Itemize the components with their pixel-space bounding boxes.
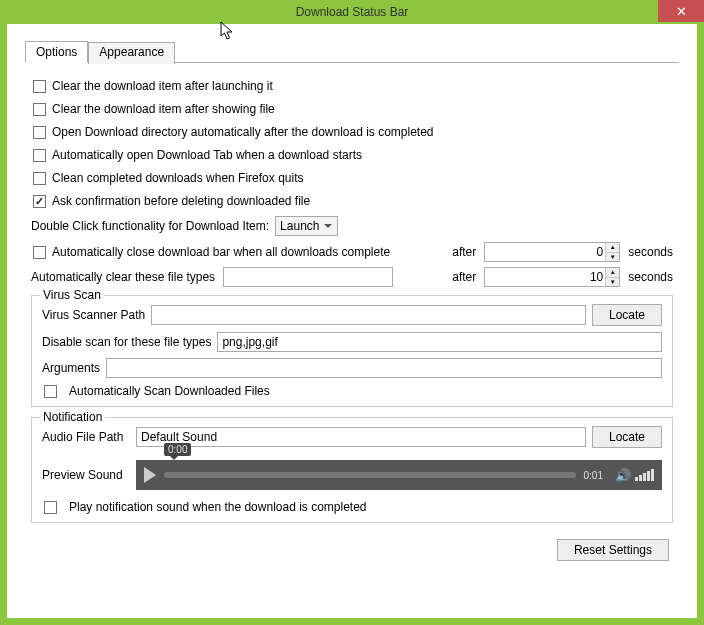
close-icon: ✕ [676, 4, 687, 19]
tab-appearance[interactable]: Appearance [88, 42, 175, 64]
label-auto-close: Automatically close download bar when al… [52, 245, 390, 259]
label-seconds-1: seconds [628, 245, 673, 259]
tab-options[interactable]: Options [25, 41, 88, 63]
label-virus-path: Virus Scanner Path [42, 308, 145, 322]
label-auto-open-tab: Automatically open Download Tab when a d… [52, 148, 362, 162]
tab-panel-options: Clear the download item after launching … [25, 63, 679, 567]
titlebar: Download Status Bar ✕ [0, 0, 704, 24]
fieldset-notification: Notification Audio File Path Locate Prev… [31, 417, 673, 523]
select-dblclick[interactable]: Launch [275, 216, 338, 236]
tabs: Options Appearance [25, 40, 679, 63]
close-button[interactable]: ✕ [658, 0, 704, 22]
label-dblclick: Double Click functionality for Download … [31, 219, 269, 233]
label-clean-on-quit: Clean completed downloads when Firefox q… [52, 171, 303, 185]
reset-settings-button[interactable]: Reset Settings [557, 539, 669, 561]
locate-audio-button[interactable]: Locate [592, 426, 662, 448]
footer: Reset Settings [31, 533, 673, 561]
audio-player: 0:00 0:01 🔊 [136, 460, 662, 490]
content: Options Appearance Clear the download it… [7, 24, 697, 577]
input-auto-close-seconds[interactable] [485, 243, 605, 261]
label-after-2: after [452, 270, 476, 284]
label-open-dir-after: Open Download directory automatically af… [52, 125, 434, 139]
play-icon[interactable] [144, 467, 156, 483]
spinner-up-icon[interactable]: ▲ [606, 243, 619, 253]
label-disable-types: Disable scan for these file types [42, 335, 211, 349]
window: Download Status Bar ✕ Options Appearance… [0, 0, 704, 625]
label-ask-confirm-delete: Ask confirmation before deleting downloa… [52, 194, 310, 208]
select-dblclick-value: Launch [280, 219, 319, 233]
input-auto-clear-seconds[interactable] [485, 268, 605, 286]
label-seconds-2: seconds [628, 270, 673, 284]
legend-notification: Notification [40, 410, 105, 424]
label-auto-scan: Automatically Scan Downloaded Files [69, 384, 270, 398]
spinner-auto-clear-seconds[interactable]: ▲▼ [484, 267, 620, 287]
spinner-down-icon[interactable]: ▼ [606, 278, 619, 287]
checkbox-auto-scan[interactable] [44, 385, 57, 398]
checkbox-ask-confirm-delete[interactable] [33, 195, 46, 208]
checkbox-clear-after-show[interactable] [33, 103, 46, 116]
label-play-sound: Play notification sound when the downloa… [69, 500, 367, 514]
checkbox-auto-close[interactable] [33, 246, 46, 259]
volume-icon[interactable] [635, 469, 654, 481]
label-clear-after-show: Clear the download item after showing fi… [52, 102, 275, 116]
locate-virus-button[interactable]: Locate [592, 304, 662, 326]
checkbox-open-dir-after[interactable] [33, 126, 46, 139]
input-audio-path[interactable] [136, 427, 586, 447]
audio-duration: 0:01 [584, 470, 603, 481]
checkbox-clean-on-quit[interactable] [33, 172, 46, 185]
legend-virus-scan: Virus Scan [40, 288, 104, 302]
audio-track[interactable]: 0:00 [164, 472, 576, 478]
input-disable-types[interactable] [217, 332, 662, 352]
audio-tooltip: 0:00 [164, 443, 191, 456]
label-auto-clear-types: Automatically clear these file types [31, 270, 215, 284]
fieldset-virus-scan: Virus Scan Virus Scanner Path Locate Dis… [31, 295, 673, 407]
speaker-icon[interactable]: 🔊 [615, 468, 631, 483]
label-audio-path: Audio File Path [42, 430, 130, 444]
window-title: Download Status Bar [296, 5, 409, 19]
checkbox-play-sound[interactable] [44, 501, 57, 514]
spinner-down-icon[interactable]: ▼ [606, 253, 619, 262]
input-arguments[interactable] [106, 358, 662, 378]
label-clear-after-launch: Clear the download item after launching … [52, 79, 273, 93]
label-preview-sound: Preview Sound [42, 468, 130, 482]
checkbox-clear-after-launch[interactable] [33, 80, 46, 93]
checkbox-auto-open-tab[interactable] [33, 149, 46, 162]
input-auto-clear-types[interactable] [223, 267, 393, 287]
label-after-1: after [452, 245, 476, 259]
input-virus-path[interactable] [151, 305, 586, 325]
label-arguments: Arguments [42, 361, 100, 375]
spinner-auto-close-seconds[interactable]: ▲▼ [484, 242, 620, 262]
spinner-up-icon[interactable]: ▲ [606, 268, 619, 278]
